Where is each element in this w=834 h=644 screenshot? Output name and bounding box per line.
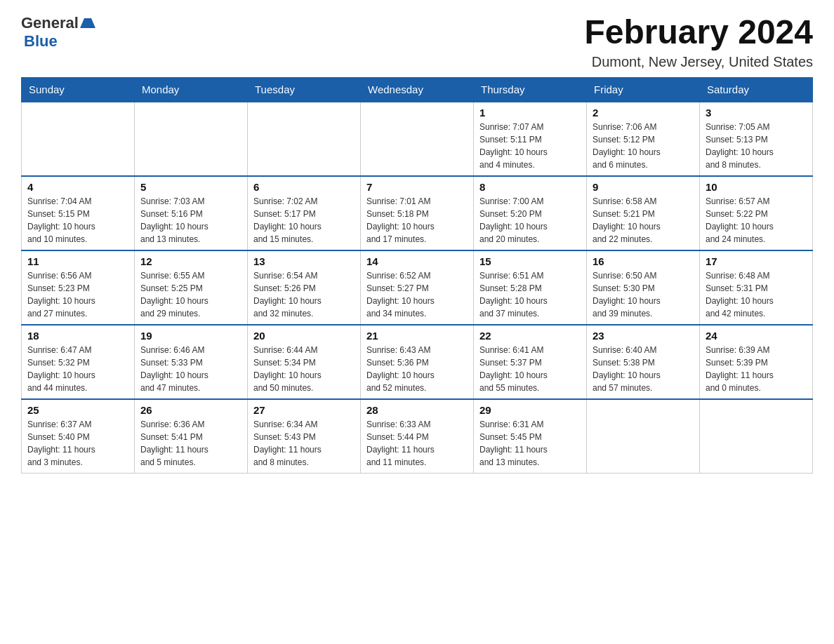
calendar-cell: 18Sunrise: 6:47 AM Sunset: 5:32 PM Dayli… — [22, 325, 135, 399]
calendar-cell: 5Sunrise: 7:03 AM Sunset: 5:16 PM Daylig… — [135, 176, 248, 250]
week-row-2: 4Sunrise: 7:04 AM Sunset: 5:15 PM Daylig… — [22, 176, 813, 250]
calendar-cell: 7Sunrise: 7:01 AM Sunset: 5:18 PM Daylig… — [361, 176, 474, 250]
day-number: 9 — [593, 181, 694, 193]
day-info: Sunrise: 6:58 AM Sunset: 5:21 PM Dayligh… — [593, 195, 694, 246]
day-info: Sunrise: 6:44 AM Sunset: 5:34 PM Dayligh… — [253, 344, 355, 394]
week-row-5: 25Sunrise: 6:37 AM Sunset: 5:40 PM Dayli… — [22, 399, 813, 474]
weekday-header-tuesday: Tuesday — [248, 77, 361, 102]
day-number: 7 — [366, 181, 468, 193]
day-info: Sunrise: 7:04 AM Sunset: 5:15 PM Dayligh… — [27, 195, 128, 246]
day-number: 1 — [479, 107, 581, 119]
day-number: 28 — [366, 404, 468, 416]
day-number: 15 — [479, 255, 581, 267]
calendar-cell: 12Sunrise: 6:55 AM Sunset: 5:25 PM Dayli… — [135, 250, 248, 325]
day-info: Sunrise: 6:36 AM Sunset: 5:41 PM Dayligh… — [140, 418, 241, 469]
day-number: 18 — [27, 330, 128, 342]
calendar-cell: 23Sunrise: 6:40 AM Sunset: 5:38 PM Dayli… — [587, 325, 700, 399]
day-info: Sunrise: 7:05 AM Sunset: 5:13 PM Dayligh… — [706, 121, 807, 171]
title-area: February 2024 Dumont, New Jersey, United… — [584, 14, 813, 70]
day-number: 19 — [140, 330, 241, 342]
day-number: 21 — [366, 330, 468, 342]
day-number: 4 — [27, 181, 128, 193]
day-number: 20 — [253, 330, 355, 342]
day-number: 23 — [593, 330, 694, 342]
svg-marker-0 — [80, 18, 95, 28]
calendar-cell: 15Sunrise: 6:51 AM Sunset: 5:28 PM Dayli… — [474, 250, 587, 325]
calendar-cell — [22, 102, 135, 176]
day-number: 2 — [593, 107, 694, 119]
day-number: 29 — [479, 404, 581, 416]
day-info: Sunrise: 6:48 AM Sunset: 5:31 PM Dayligh… — [706, 269, 807, 320]
calendar-cell: 26Sunrise: 6:36 AM Sunset: 5:41 PM Dayli… — [135, 399, 248, 474]
calendar-cell: 11Sunrise: 6:56 AM Sunset: 5:23 PM Dayli… — [22, 250, 135, 325]
calendar-cell: 10Sunrise: 6:57 AM Sunset: 5:22 PM Dayli… — [700, 176, 813, 250]
day-number: 24 — [706, 330, 807, 342]
day-info: Sunrise: 6:33 AM Sunset: 5:44 PM Dayligh… — [366, 418, 468, 469]
day-number: 5 — [140, 181, 241, 193]
day-info: Sunrise: 6:39 AM Sunset: 5:39 PM Dayligh… — [706, 344, 807, 394]
day-number: 8 — [479, 181, 581, 193]
week-row-1: 1Sunrise: 7:07 AM Sunset: 5:11 PM Daylig… — [22, 102, 813, 176]
calendar-cell — [248, 102, 361, 176]
day-info: Sunrise: 6:55 AM Sunset: 5:25 PM Dayligh… — [140, 269, 241, 320]
logo: General Blue — [21, 14, 95, 51]
calendar-cell — [135, 102, 248, 176]
calendar-cell: 25Sunrise: 6:37 AM Sunset: 5:40 PM Dayli… — [22, 399, 135, 474]
day-info: Sunrise: 6:46 AM Sunset: 5:33 PM Dayligh… — [140, 344, 241, 394]
calendar-cell: 4Sunrise: 7:04 AM Sunset: 5:15 PM Daylig… — [22, 176, 135, 250]
calendar-cell: 17Sunrise: 6:48 AM Sunset: 5:31 PM Dayli… — [700, 250, 813, 325]
day-info: Sunrise: 6:34 AM Sunset: 5:43 PM Dayligh… — [253, 418, 355, 469]
day-info: Sunrise: 6:37 AM Sunset: 5:40 PM Dayligh… — [27, 418, 128, 469]
location-title: Dumont, New Jersey, United States — [584, 54, 813, 70]
day-info: Sunrise: 6:51 AM Sunset: 5:28 PM Dayligh… — [479, 269, 581, 320]
calendar-cell: 6Sunrise: 7:02 AM Sunset: 5:17 PM Daylig… — [248, 176, 361, 250]
calendar-cell: 16Sunrise: 6:50 AM Sunset: 5:30 PM Dayli… — [587, 250, 700, 325]
day-number: 25 — [27, 404, 128, 416]
logo-blue-text: Blue — [24, 32, 58, 51]
calendar-cell: 24Sunrise: 6:39 AM Sunset: 5:39 PM Dayli… — [700, 325, 813, 399]
day-info: Sunrise: 7:06 AM Sunset: 5:12 PM Dayligh… — [593, 121, 694, 171]
weekday-header-sunday: Sunday — [22, 77, 135, 102]
day-number: 12 — [140, 255, 241, 267]
day-info: Sunrise: 6:41 AM Sunset: 5:37 PM Dayligh… — [479, 344, 581, 394]
calendar-cell — [700, 399, 813, 474]
calendar-cell: 2Sunrise: 7:06 AM Sunset: 5:12 PM Daylig… — [587, 102, 700, 176]
calendar-cell: 21Sunrise: 6:43 AM Sunset: 5:36 PM Dayli… — [361, 325, 474, 399]
day-number: 14 — [366, 255, 468, 267]
day-info: Sunrise: 6:50 AM Sunset: 5:30 PM Dayligh… — [593, 269, 694, 320]
day-info: Sunrise: 7:02 AM Sunset: 5:17 PM Dayligh… — [253, 195, 355, 246]
weekday-header-friday: Friday — [587, 77, 700, 102]
weekday-header-saturday: Saturday — [700, 77, 813, 102]
day-info: Sunrise: 6:31 AM Sunset: 5:45 PM Dayligh… — [479, 418, 581, 469]
day-info: Sunrise: 7:01 AM Sunset: 5:18 PM Dayligh… — [366, 195, 468, 246]
day-number: 16 — [593, 255, 694, 267]
calendar-cell: 14Sunrise: 6:52 AM Sunset: 5:27 PM Dayli… — [361, 250, 474, 325]
weekday-header-thursday: Thursday — [474, 77, 587, 102]
day-info: Sunrise: 6:52 AM Sunset: 5:27 PM Dayligh… — [366, 269, 468, 320]
logo-general-text: General — [21, 14, 79, 32]
calendar-cell: 27Sunrise: 6:34 AM Sunset: 5:43 PM Dayli… — [248, 399, 361, 474]
day-info: Sunrise: 6:40 AM Sunset: 5:38 PM Dayligh… — [593, 344, 694, 394]
weekday-header-row: SundayMondayTuesdayWednesdayThursdayFrid… — [22, 77, 813, 102]
day-info: Sunrise: 6:56 AM Sunset: 5:23 PM Dayligh… — [27, 269, 128, 320]
calendar-cell — [587, 399, 700, 474]
weekday-header-wednesday: Wednesday — [361, 77, 474, 102]
calendar-cell: 3Sunrise: 7:05 AM Sunset: 5:13 PM Daylig… — [700, 102, 813, 176]
logo-triangle-icon — [80, 15, 95, 31]
calendar-cell: 13Sunrise: 6:54 AM Sunset: 5:26 PM Dayli… — [248, 250, 361, 325]
day-number: 6 — [253, 181, 355, 193]
calendar-cell: 22Sunrise: 6:41 AM Sunset: 5:37 PM Dayli… — [474, 325, 587, 399]
week-row-4: 18Sunrise: 6:47 AM Sunset: 5:32 PM Dayli… — [22, 325, 813, 399]
calendar-cell: 29Sunrise: 6:31 AM Sunset: 5:45 PM Dayli… — [474, 399, 587, 474]
calendar-cell: 8Sunrise: 7:00 AM Sunset: 5:20 PM Daylig… — [474, 176, 587, 250]
day-number: 3 — [706, 107, 807, 119]
day-info: Sunrise: 6:54 AM Sunset: 5:26 PM Dayligh… — [253, 269, 355, 320]
calendar-cell: 1Sunrise: 7:07 AM Sunset: 5:11 PM Daylig… — [474, 102, 587, 176]
day-number: 17 — [706, 255, 807, 267]
day-info: Sunrise: 7:03 AM Sunset: 5:16 PM Dayligh… — [140, 195, 241, 246]
day-info: Sunrise: 7:07 AM Sunset: 5:11 PM Dayligh… — [479, 121, 581, 171]
calendar-cell: 20Sunrise: 6:44 AM Sunset: 5:34 PM Dayli… — [248, 325, 361, 399]
calendar-cell: 19Sunrise: 6:46 AM Sunset: 5:33 PM Dayli… — [135, 325, 248, 399]
day-info: Sunrise: 7:00 AM Sunset: 5:20 PM Dayligh… — [479, 195, 581, 246]
day-number: 22 — [479, 330, 581, 342]
